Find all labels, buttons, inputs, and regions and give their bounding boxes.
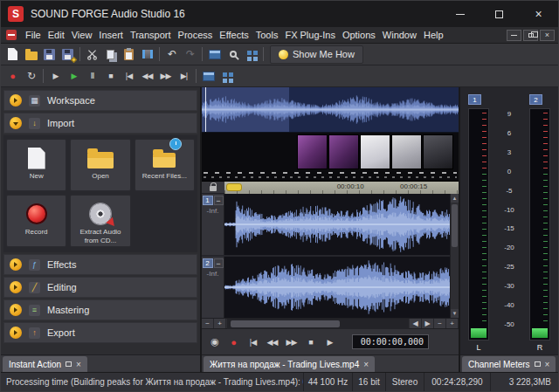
menu-options[interactable]: Options xyxy=(339,30,379,40)
go-to-start-button[interactable]: |◀ xyxy=(244,333,262,352)
channel-number-badge[interactable]: 1 xyxy=(203,196,213,205)
document-icon[interactable] xyxy=(6,30,17,40)
copy-button[interactable] xyxy=(101,45,120,64)
waveform-overview[interactable] xyxy=(202,87,459,133)
paste-button[interactable] xyxy=(120,45,138,64)
new-file-button[interactable] xyxy=(3,45,22,64)
import-record-tile[interactable]: Record xyxy=(6,195,66,247)
channel-gain-label[interactable]: -Inf. xyxy=(207,207,219,215)
mdi-minimize-button[interactable] xyxy=(507,30,521,41)
section-workspace[interactable]: Workspace xyxy=(3,90,197,111)
menu-help[interactable]: Help xyxy=(420,30,447,40)
forward-button[interactable]: ▶▶ xyxy=(282,333,300,352)
meter-channel-2-badge[interactable]: 2 xyxy=(529,94,542,105)
stop-button[interactable]: ■ xyxy=(101,67,120,86)
scroll-left-button[interactable]: ◀ xyxy=(410,319,422,329)
horizontal-scrollbar[interactable] xyxy=(227,319,409,329)
minimize-button[interactable] xyxy=(440,1,480,27)
trim-button[interactable] xyxy=(138,45,156,64)
scroll-right-button[interactable]: ▶ xyxy=(422,319,434,329)
save-button[interactable] xyxy=(40,45,59,64)
magnifier-icon xyxy=(230,51,237,58)
loop-region-marker[interactable] xyxy=(226,183,242,191)
section-effects[interactable]: Effects xyxy=(3,254,197,275)
menu-edit[interactable]: Edit xyxy=(45,30,68,40)
zoom-out-time-button[interactable]: − xyxy=(202,319,214,329)
vertical-scrollbar[interactable]: ▲ ▼ xyxy=(450,194,459,318)
section-editing[interactable]: Editing xyxy=(3,277,197,298)
menu-process[interactable]: Process xyxy=(175,30,217,40)
vertical-scroll-track[interactable] xyxy=(451,203,459,309)
scroll-down-button[interactable]: ▼ xyxy=(451,309,459,318)
float-window-icon[interactable] xyxy=(66,361,72,367)
record-button[interactable]: ● xyxy=(224,333,243,352)
import-recent-files-tile[interactable]: Recent Files... xyxy=(135,139,195,191)
maximize-button[interactable] xyxy=(480,1,519,27)
window-layout-button[interactable] xyxy=(205,45,224,64)
vertical-scroll-thumb[interactable] xyxy=(452,204,458,247)
channel-minimize-button[interactable]: − xyxy=(214,258,224,268)
instant-action-tab[interactable]: Instant Action × xyxy=(3,356,87,372)
menu-fx-plugins[interactable]: FX Plug-Ins xyxy=(281,30,338,40)
menu-view[interactable]: View xyxy=(68,30,96,40)
plugin-chain-button[interactable] xyxy=(242,45,260,64)
meter-channel-1-badge[interactable]: 1 xyxy=(468,94,481,105)
forward-button[interactable]: ▶▶ xyxy=(156,67,175,86)
menu-effects[interactable]: Effects xyxy=(216,30,252,40)
rewind-button[interactable]: ◀◀ xyxy=(263,333,281,352)
document-tab[interactable]: Життя на продаж - Trading Lives.mp4 × xyxy=(204,356,375,372)
open-file-button[interactable] xyxy=(22,45,40,64)
show-me-how-button[interactable]: Show Me How xyxy=(270,45,363,64)
channel-2-wave-area[interactable] xyxy=(224,257,450,318)
channel-gain-label[interactable]: -Inf. xyxy=(207,270,219,278)
close-tab-icon[interactable]: × xyxy=(545,360,550,369)
import-open-tile[interactable]: Open xyxy=(70,139,130,191)
float-window-icon[interactable] xyxy=(535,361,541,367)
menu-transport[interactable]: Transport xyxy=(127,30,175,40)
section-export[interactable]: Export xyxy=(3,322,197,343)
save-as-button[interactable] xyxy=(59,45,77,64)
menu-window[interactable]: Window xyxy=(379,30,420,40)
horizontal-scroll-thumb[interactable] xyxy=(231,320,340,327)
zoom-out-button[interactable]: − xyxy=(434,319,446,329)
pause-button[interactable]: ‖ xyxy=(83,67,101,86)
channel-1-wave-area[interactable] xyxy=(224,194,450,255)
mdi-restore-button[interactable] xyxy=(523,30,538,41)
zoom-in-time-button[interactable]: + xyxy=(214,319,226,329)
rewind-button[interactable]: ◀◀ xyxy=(138,67,156,86)
close-tab-icon[interactable]: × xyxy=(76,360,81,369)
time-ruler[interactable]: 00:00:10 00:00:15 xyxy=(224,182,459,194)
record-button[interactable]: ● xyxy=(3,67,22,86)
video-track[interactable] xyxy=(202,133,459,182)
go-to-start-button[interactable]: |◀ xyxy=(120,67,138,86)
section-import[interactable]: Import xyxy=(3,113,197,134)
window-docking-button[interactable] xyxy=(199,67,217,86)
close-button[interactable]: × xyxy=(519,1,558,27)
import-extract-cd-tile[interactable]: Extract Audio from CD... xyxy=(70,195,130,247)
loop-playback-button[interactable]: ↻ xyxy=(22,67,40,86)
close-tab-icon[interactable]: × xyxy=(363,360,369,369)
menu-file[interactable]: File xyxy=(22,30,45,40)
channel-minimize-button[interactable]: − xyxy=(214,196,224,205)
play-button[interactable]: ▶ xyxy=(321,333,339,352)
mdi-close-button[interactable]: × xyxy=(540,30,555,41)
channel-number-badge[interactable]: 2 xyxy=(203,258,213,268)
channel-meters-tab[interactable]: Channel Meters × xyxy=(462,356,556,372)
time-display[interactable]: 00:00:00,000 xyxy=(352,334,429,349)
undo-button[interactable]: ↶ xyxy=(162,45,181,64)
stop-button[interactable]: ■ xyxy=(301,333,320,352)
cut-button[interactable] xyxy=(83,45,101,64)
menu-tools[interactable]: Tools xyxy=(252,30,282,40)
go-to-end-button[interactable]: ▶| xyxy=(175,67,193,86)
redo-button[interactable]: ↷ xyxy=(181,45,199,64)
video-preview-button[interactable] xyxy=(217,67,236,86)
menu-insert[interactable]: Insert xyxy=(95,30,127,40)
scroll-up-button[interactable]: ▲ xyxy=(451,194,459,203)
zoom-in-button[interactable]: + xyxy=(446,319,459,329)
section-mastering[interactable]: Mastering xyxy=(3,299,197,320)
play-all-button[interactable]: ▶ xyxy=(46,67,65,86)
record-arm-button[interactable]: ◉ xyxy=(205,333,224,352)
zoom-tool-button[interactable] xyxy=(224,45,242,64)
import-new-tile[interactable]: New xyxy=(6,139,66,191)
play-button[interactable]: ▶ xyxy=(65,67,83,86)
